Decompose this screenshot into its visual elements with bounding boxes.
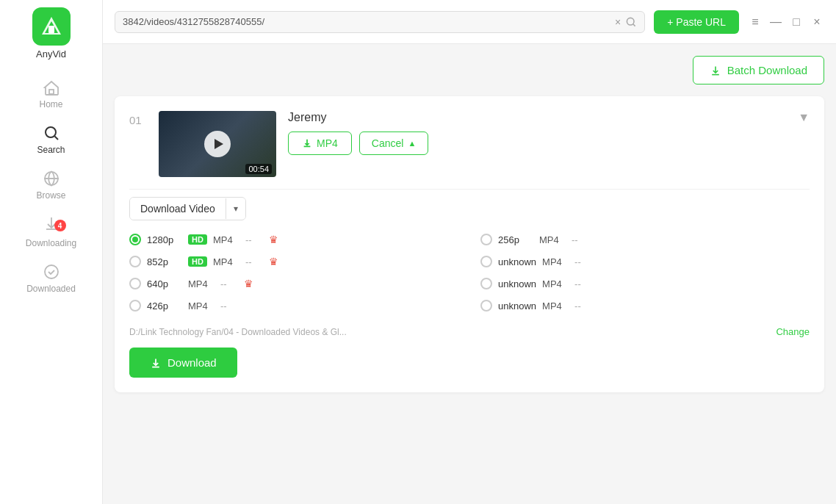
download-icon <box>150 357 162 369</box>
search-icon <box>43 124 60 142</box>
dash: -- <box>574 300 592 312</box>
dash: -- <box>220 278 238 289</box>
svg-rect-3 <box>49 90 54 94</box>
divider <box>129 189 810 190</box>
format-mp4: MP4 <box>213 256 239 267</box>
minimize-button[interactable]: — <box>768 15 783 29</box>
video-card: 01 00:54 Jeremy MP4 <box>115 96 824 392</box>
menu-icon[interactable]: ≡ <box>748 15 763 29</box>
dash: -- <box>245 234 263 245</box>
sidebar-item-browse[interactable]: Browse <box>0 162 102 208</box>
format-mp4: MP4 <box>188 300 215 312</box>
mp4-download-icon <box>302 138 312 148</box>
video-thumbnail[interactable]: 00:54 <box>159 111 276 177</box>
dash: -- <box>245 256 263 267</box>
sidebar-item-downloading-label: Downloading <box>26 238 76 248</box>
sidebar-item-home[interactable]: Home <box>0 71 102 117</box>
sidebar-item-search-label: Search <box>37 145 65 155</box>
download-path-text: D:/Link Technology Fan/04 - Downloaded V… <box>129 327 767 337</box>
app-logo <box>32 7 71 46</box>
app-name: AnyVid <box>36 48 66 60</box>
format-mp4: MP4 <box>542 256 569 267</box>
downloaded-icon <box>43 263 60 281</box>
download-type-arrow: ▾ <box>226 198 245 219</box>
browse-icon <box>43 170 60 187</box>
format-mp4: MP4 <box>213 234 239 245</box>
dash: -- <box>574 256 592 267</box>
sidebar-item-downloaded[interactable]: Downloaded <box>0 256 102 301</box>
quality-res-256: 256p <box>498 234 533 245</box>
play-button[interactable] <box>204 131 231 157</box>
dash: -- <box>574 278 592 289</box>
hd-badge: HD <box>188 234 207 245</box>
cancel-label: Cancel <box>372 137 404 149</box>
quality-row: unknown MP4 -- <box>480 253 810 270</box>
quality-res-unknown1: unknown <box>498 256 536 267</box>
quality-radio-unknown2[interactable] <box>480 278 492 289</box>
collapse-icon: ▲ <box>408 139 416 148</box>
batch-area: Batch Download <box>115 56 824 84</box>
batch-download-label: Batch Download <box>727 64 807 76</box>
quality-row: 426p MP4 -- <box>129 297 458 314</box>
svg-point-7 <box>45 265 58 278</box>
content-area: Batch Download 01 00:54 Jeremy <box>103 44 836 504</box>
crown-icon: ♛ <box>269 256 278 267</box>
quality-radio-852p[interactable] <box>129 256 141 267</box>
quality-res-640: 640p <box>147 278 182 289</box>
quality-radio-unknown1[interactable] <box>480 256 492 267</box>
maximize-button[interactable]: □ <box>789 15 804 29</box>
quality-res-1280: 1280p <box>147 234 182 245</box>
quality-row: unknown MP4 -- <box>480 275 810 292</box>
batch-download-button[interactable]: Batch Download <box>693 56 824 84</box>
format-mp4: MP4 <box>539 234 566 245</box>
sidebar-item-browse-label: Browse <box>36 190 65 201</box>
quality-radio-640p[interactable] <box>129 278 141 289</box>
download-type-select[interactable]: Download Video ▾ <box>129 197 246 220</box>
format-mp4: MP4 <box>542 278 569 289</box>
download-type-label: Download Video <box>130 198 226 220</box>
download-path-row: D:/Link Technology Fan/04 - Downloaded V… <box>129 326 810 337</box>
chevron-down-icon[interactable]: ▼ <box>798 111 810 124</box>
quality-res-unknown2: unknown <box>498 278 536 289</box>
quality-row: 640p MP4 -- ♛ <box>129 275 458 292</box>
quality-res-unknown3: unknown <box>498 300 536 312</box>
quality-radio-426p[interactable] <box>129 300 141 312</box>
svg-line-9 <box>633 24 635 26</box>
sidebar-item-home-label: Home <box>39 99 62 109</box>
svg-point-4 <box>46 127 56 137</box>
svg-point-8 <box>627 18 635 25</box>
crown-icon: ♛ <box>244 278 253 289</box>
cancel-button[interactable]: Cancel ▲ <box>359 132 428 155</box>
quality-res-852: 852p <box>147 256 182 267</box>
change-path-button[interactable]: Change <box>776 326 810 337</box>
video-header: 01 00:54 Jeremy MP4 <box>129 111 810 177</box>
download-label: Download <box>167 356 217 369</box>
hd-badge: HD <box>188 256 207 267</box>
paste-url-button[interactable]: + Paste URL <box>654 10 739 34</box>
quality-radio-1280p[interactable] <box>129 234 141 245</box>
quality-row: 256p MP4 -- <box>480 231 810 248</box>
sidebar-item-downloaded-label: Downloaded <box>26 284 76 294</box>
close-button[interactable]: × <box>810 15 824 29</box>
quality-grid: 1280p HD MP4 -- ♛ 256p MP4 -- <box>129 231 810 314</box>
url-clear-button[interactable]: × <box>615 17 621 27</box>
svg-line-5 <box>54 137 58 140</box>
topbar: 3842/videos/4312755828740555/ × + Paste … <box>103 0 836 44</box>
sidebar-item-downloading[interactable]: 4 Downloading <box>0 208 102 256</box>
download-button[interactable]: Download <box>129 348 237 378</box>
main-content: 3842/videos/4312755828740555/ × + Paste … <box>103 0 836 504</box>
quality-row: 852p HD MP4 -- ♛ <box>129 253 458 270</box>
sidebar-item-search[interactable]: Search <box>0 117 102 162</box>
home-icon <box>43 79 60 96</box>
quality-radio-unknown3[interactable] <box>480 300 492 312</box>
batch-download-icon <box>710 65 721 76</box>
url-bar: 3842/videos/4312755828740555/ × <box>115 11 645 33</box>
mp4-button[interactable]: MP4 <box>288 132 352 155</box>
quality-row: unknown MP4 -- <box>480 297 810 314</box>
svg-rect-2 <box>48 26 54 33</box>
duration-badge: 00:54 <box>245 164 272 174</box>
video-title: Jeremy <box>288 111 810 124</box>
crown-icon: ♛ <box>269 234 278 245</box>
quality-radio-256p[interactable] <box>480 234 492 245</box>
dash: -- <box>220 300 238 312</box>
